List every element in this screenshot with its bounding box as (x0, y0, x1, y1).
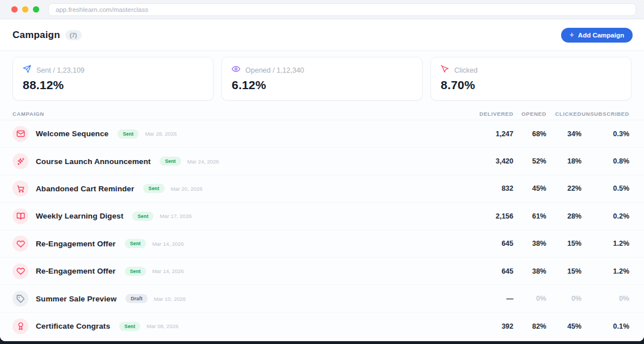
clicked-value: 0% (546, 295, 582, 303)
table-header-row: CAMPAIGN DELIVERED OPENED CLICKED UNSUBS… (0, 107, 644, 120)
delivered-value: 392 (461, 322, 513, 330)
campaign-date: Mar 28, 2026 (145, 131, 177, 137)
stat-value: 6.12% (232, 78, 412, 92)
campaign-date: Mar 24, 2026 (187, 158, 219, 165)
column-header-delivered: DELIVERED (461, 111, 513, 117)
maximize-window-button[interactable] (33, 6, 39, 12)
mail-icon (12, 126, 28, 142)
campaign-date: Mar 20, 2026 (171, 186, 203, 192)
heart-icon (12, 236, 28, 251)
eye-icon (232, 65, 240, 75)
status-badge: Sent (125, 267, 146, 276)
opened-value: 52% (513, 157, 546, 165)
campaign-name: Summer Sale Preview (36, 295, 116, 303)
column-header-clicked: CLICKED (546, 111, 582, 117)
campaign-name: Weekly Learning Digest (36, 212, 123, 220)
traffic-lights (11, 6, 39, 12)
minimize-window-button[interactable] (22, 6, 28, 12)
table-row[interactable]: Abandoned Cart Reminder Sent Mar 20, 202… (0, 175, 644, 203)
unsubscribed-value: 1.2% (582, 240, 629, 247)
table-row[interactable]: Summer Sale Preview Draft Mar 10, 2026 —… (0, 285, 644, 312)
browser-chrome (0, 0, 644, 19)
column-header-unsubscribed: UNSUBSCRIBED (582, 111, 629, 117)
table-row[interactable]: Welcome Sequence Sent Mar 28, 2026 1,247… (0, 120, 644, 148)
opened-value: 61% (513, 212, 546, 220)
clicked-value: 15% (546, 240, 582, 247)
unsubscribed-value: 0.2% (582, 212, 629, 220)
table-row[interactable]: Weekly Learning Digest Sent Mar 17, 2026… (0, 203, 644, 230)
column-header-campaign: CAMPAIGN (12, 111, 461, 117)
page-header: Campaign (7) + Add Campaign (0, 19, 644, 51)
opened-value: 0% (513, 295, 546, 303)
delivered-value: 2,156 (461, 212, 513, 220)
status-badge: Sent (125, 239, 146, 248)
delivered-value: 645 (461, 267, 513, 275)
stat-card-opened: Opened / 1,12,340 6.12% (221, 57, 423, 100)
column-header-opened: OPENED (513, 111, 546, 117)
clicked-value: 18% (546, 157, 582, 165)
campaign-date: Mar 10, 2026 (154, 296, 186, 302)
campaign-name: Course Launch Announcement (36, 157, 150, 166)
campaign-name: Re-Engagement Offer (36, 267, 116, 275)
delivered-value: 3,420 (461, 157, 513, 165)
status-badge: Sent (118, 129, 139, 139)
unsubscribed-value: 1.2% (582, 267, 629, 275)
campaign-name: Re-Engagement Offer (36, 240, 116, 248)
status-badge: Draft (126, 294, 148, 303)
status-badge: Sent (132, 212, 153, 221)
stat-card-sent: Sent / 1,23,109 88.12% (12, 57, 214, 100)
stat-label: Sent / 1,23,109 (36, 66, 85, 74)
campaign-date: Mar 14, 2026 (152, 268, 184, 274)
table-row[interactable]: Re-Engagement Offer Sent Mar 14, 2026 64… (0, 230, 644, 258)
url-input[interactable] (48, 3, 636, 16)
heart-icon (12, 263, 28, 279)
unsubscribed-value: 0.3% (582, 130, 629, 138)
delivered-value: 832 (461, 184, 513, 192)
stat-cards: Sent / 1,23,109 88.12% Opened / 1,12,340… (0, 51, 644, 107)
clicked-value: 34% (546, 130, 582, 138)
plus-icon: + (570, 31, 574, 39)
status-badge: Sent (160, 157, 181, 166)
unsubscribed-value: 0% (582, 295, 629, 303)
send-icon (23, 65, 31, 75)
close-window-button[interactable] (11, 6, 18, 12)
campaign-table: CAMPAIGN DELIVERED OPENED CLICKED UNSUBS… (0, 107, 644, 341)
add-campaign-label: Add Campaign (578, 32, 624, 39)
opened-value: 68% (513, 130, 546, 138)
cart-icon (12, 181, 28, 196)
add-campaign-button[interactable]: + Add Campaign (561, 28, 633, 43)
unsubscribed-value: 0.1% (582, 322, 629, 330)
book-open-icon (12, 208, 28, 224)
award-icon (12, 318, 28, 334)
delivered-value: — (461, 295, 513, 303)
table-row[interactable]: Course Launch Announcement Sent Mar 24, … (0, 148, 644, 175)
campaign-date: Mar 14, 2026 (152, 241, 184, 247)
clicked-value: 15% (546, 267, 582, 275)
unsubscribed-value: 0.8% (582, 157, 629, 165)
campaign-name: Abandoned Cart Reminder (36, 184, 134, 193)
clicked-value: 22% (546, 184, 582, 192)
page-title: Campaign (12, 30, 60, 41)
cursor-click-icon (441, 65, 449, 75)
opened-value: 38% (513, 240, 546, 247)
table-row[interactable]: Re-Engagement Offer Sent Mar 14, 2026 64… (0, 258, 644, 285)
campaign-count-badge: (7) (65, 30, 82, 40)
campaign-name: Certificate Congrats (36, 322, 110, 330)
campaign-name: Welcome Sequence (36, 129, 108, 138)
stat-card-clicked: Clicked 8.70% (430, 57, 632, 100)
status-badge: Sent (119, 322, 140, 331)
stat-label: Clicked (454, 66, 478, 74)
clicked-value: 28% (546, 212, 582, 220)
stat-value: 8.70% (441, 78, 621, 92)
opened-value: 82% (513, 322, 546, 330)
tag-icon (12, 291, 28, 307)
campaign-date: Mar 17, 2026 (160, 213, 191, 219)
stat-label: Opened / 1,12,340 (245, 66, 304, 74)
table-row[interactable]: Certificate Congrats Sent Mar 08, 2026 3… (0, 313, 644, 340)
delivered-value: 1,247 (461, 130, 513, 138)
stat-value: 88.12% (23, 78, 203, 92)
sparkles-icon (12, 153, 28, 169)
opened-value: 45% (513, 184, 546, 192)
browser-window: Campaign (7) + Add Campaign Sent / 1,23,… (0, 0, 644, 341)
status-badge: Sent (143, 184, 164, 193)
